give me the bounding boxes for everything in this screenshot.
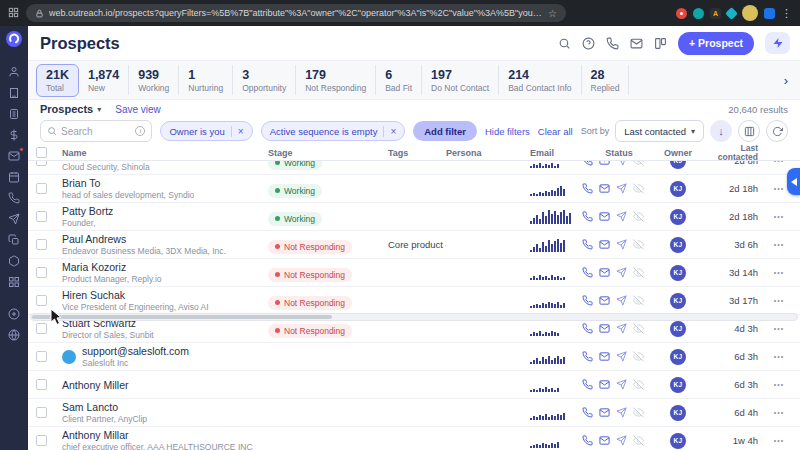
view-selector[interactable]: Prospects	[40, 103, 93, 115]
scrollbar-thumb[interactable]	[32, 315, 332, 319]
row-checkbox[interactable]	[36, 239, 47, 250]
sidebar-item-explore[interactable]	[4, 328, 24, 342]
close-icon[interactable]: ×	[383, 126, 396, 137]
stat-card-do-not-contact[interactable]: 197Do Not Contact	[422, 65, 499, 95]
prospect-name[interactable]: Paul Andrews	[62, 233, 226, 245]
row-checkbox[interactable]	[36, 267, 47, 278]
call-icon[interactable]	[582, 435, 593, 446]
url-text[interactable]: web.outreach.io/prospects?queryFilters=%…	[49, 8, 543, 18]
sidebar-item-lists[interactable]	[4, 107, 24, 121]
table-row[interactable]: Hiren Suchak Vice President of Engineeri…	[28, 287, 800, 315]
column-header-status[interactable]: Status	[582, 148, 656, 158]
board-icon[interactable]	[654, 37, 667, 50]
prospect-name[interactable]: Brian To	[62, 177, 194, 189]
stat-card-working[interactable]: 939Working	[129, 65, 179, 95]
sidebar-item-prospects[interactable]	[4, 65, 24, 79]
sidebar-item-calls[interactable]	[4, 191, 24, 205]
email-icon[interactable]	[599, 323, 610, 334]
row-checkbox[interactable]	[36, 379, 47, 390]
email-icon[interactable]	[599, 161, 610, 166]
email-icon[interactable]	[599, 183, 610, 194]
profile-avatar[interactable]	[742, 5, 758, 21]
bookmark-star-icon[interactable]: ☆	[548, 8, 557, 19]
sidebar-item-add[interactable]	[4, 307, 24, 321]
new-prospect-button[interactable]: + Prospect	[678, 32, 754, 55]
row-checkbox[interactable]	[36, 295, 47, 306]
search-input[interactable]	[61, 126, 131, 137]
sidebar-item-calendar[interactable]	[4, 170, 24, 184]
stat-card-nurturing[interactable]: 1Nurturing	[179, 65, 233, 95]
call-icon[interactable]	[582, 351, 593, 362]
view-hidden-icon[interactable]	[633, 323, 644, 334]
call-icon[interactable]	[582, 323, 593, 334]
view-hidden-icon[interactable]	[633, 351, 644, 362]
select-all-checkbox[interactable]	[36, 147, 47, 158]
extension-icon-red[interactable]	[676, 8, 687, 19]
table-row[interactable]: support@salesloft.com Salesloft Inc KJ 6…	[28, 343, 800, 371]
stat-card-replied[interactable]: 28Replied	[582, 65, 630, 95]
email-icon[interactable]	[599, 407, 610, 418]
mail-icon[interactable]	[630, 37, 643, 50]
row-checkbox[interactable]	[36, 183, 47, 194]
stat-card-bad-contact-info[interactable]: 214Bad Contact Info	[499, 65, 581, 95]
more-actions-button[interactable]: •••	[760, 161, 798, 164]
export-download-button[interactable]: ↓	[710, 120, 732, 142]
column-header-tags[interactable]: Tags	[388, 148, 446, 158]
view-hidden-icon[interactable]	[633, 295, 644, 306]
call-icon[interactable]	[582, 407, 593, 418]
prospect-name[interactable]: Patty Bortz	[62, 205, 113, 217]
prospect-name[interactable]: support@salesloft.com	[82, 345, 189, 357]
view-hidden-icon[interactable]	[633, 435, 644, 446]
row-checkbox[interactable]	[36, 351, 47, 362]
stat-card-not-responding[interactable]: 179Not Responding	[296, 65, 376, 95]
more-actions-button[interactable]: •••	[760, 325, 798, 332]
row-checkbox[interactable]	[36, 211, 47, 222]
sidebar-item-sequences[interactable]	[4, 212, 24, 226]
sidebar-item-tasks[interactable]	[4, 275, 24, 289]
email-icon[interactable]	[599, 379, 610, 390]
table-row[interactable]: Maria Kozoriz Product Manager, Reply.io …	[28, 259, 800, 287]
row-checkbox[interactable]	[36, 323, 47, 334]
column-header-owner[interactable]: Owner	[656, 148, 700, 158]
extension-icon-blue[interactable]	[764, 8, 775, 19]
extension-icon-teal[interactable]	[693, 8, 704, 19]
call-icon[interactable]	[606, 37, 619, 50]
sidebar-item-templates[interactable]	[4, 233, 24, 247]
assistant-pull-tab[interactable]	[787, 168, 800, 195]
stat-card-total[interactable]: 21KTotal	[36, 64, 79, 97]
more-actions-button[interactable]: •••	[760, 437, 798, 444]
more-actions-button[interactable]: •••	[760, 381, 798, 388]
table-row[interactable]: Anthony Millar chief executive officer, …	[28, 427, 800, 450]
url-bar[interactable]: web.outreach.io/prospects?queryFilters=%…	[26, 4, 566, 22]
add-filter-button[interactable]: Add filter	[413, 121, 477, 141]
call-icon[interactable]	[582, 239, 593, 250]
row-checkbox[interactable]	[36, 407, 47, 418]
column-header-last-contacted[interactable]: Last contacted	[700, 144, 760, 163]
table-row[interactable]: Anthony Miller KJ 6d 3h •••	[28, 371, 800, 399]
call-icon[interactable]	[582, 295, 593, 306]
column-header-persona[interactable]: Persona	[446, 148, 530, 158]
sidebar-item-accounts[interactable]	[4, 86, 24, 100]
email-icon[interactable]	[599, 211, 610, 222]
sequence-icon[interactable]	[616, 183, 627, 194]
columns-button[interactable]	[738, 120, 760, 142]
sidebar-item-mailings[interactable]	[4, 149, 24, 163]
close-icon[interactable]: ×	[231, 126, 244, 137]
call-icon[interactable]	[582, 211, 593, 222]
more-actions-button[interactable]: •••	[760, 353, 798, 360]
sidebar-item-opportunities[interactable]	[4, 128, 24, 142]
email-icon[interactable]	[599, 239, 610, 250]
view-hidden-icon[interactable]	[633, 407, 644, 418]
sequence-icon[interactable]	[616, 239, 627, 250]
save-view-link[interactable]: Save view	[115, 104, 161, 115]
table-row[interactable]: Sam Lancto Client Partner, AnyClip KJ 6d…	[28, 399, 800, 427]
sequence-icon[interactable]	[616, 435, 627, 446]
sort-select[interactable]: Last contacted▾	[615, 120, 704, 142]
call-icon[interactable]	[582, 267, 593, 278]
call-icon[interactable]	[582, 161, 593, 166]
column-header-stage[interactable]: Stage	[268, 148, 388, 158]
extension-icon-a[interactable]: A	[710, 8, 721, 19]
column-header-name[interactable]: Name	[62, 148, 268, 158]
stat-card-new[interactable]: 1,874New	[79, 65, 129, 95]
filter-chip[interactable]: Active sequence is empty×	[261, 121, 406, 141]
